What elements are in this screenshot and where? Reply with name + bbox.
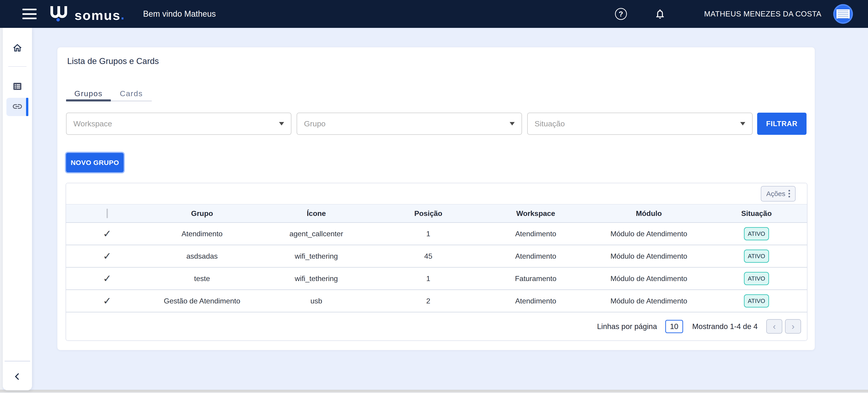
cell-icone: usb: [256, 297, 377, 305]
cell-posicao: 45: [377, 252, 480, 260]
column-header-situacao: Situação: [706, 209, 807, 218]
list-icon: [12, 81, 22, 92]
sidebar-item-list[interactable]: [6, 78, 28, 96]
avatar[interactable]: [833, 4, 853, 24]
topbar: somus. Bem vindo Matheus ? MATHEUS MENEZ…: [0, 0, 868, 28]
table-row[interactable]: ✓ Gestão de Atendimento usb 2 Atendiment…: [66, 290, 807, 312]
help-icon[interactable]: ?: [615, 8, 627, 20]
cell-grupo: teste: [148, 274, 256, 283]
row-selected-check-icon[interactable]: ✓: [103, 251, 112, 262]
sidebar-bottom-divider: [5, 361, 30, 361]
column-header-grupo: Grupo: [148, 209, 256, 218]
select-all-checkbox[interactable]: [106, 208, 108, 218]
cell-modulo: Módulo de Atendimento: [592, 274, 706, 283]
cell-workspace: Atendimento: [480, 297, 592, 305]
grupo-select-placeholder: Grupo: [304, 119, 326, 128]
sidebar-item-links-active[interactable]: [6, 98, 28, 116]
tab-active-indicator: [66, 99, 111, 101]
table-row[interactable]: ✓ asdsadas wifi_tethering 45 Atendimento…: [66, 245, 807, 268]
column-header-workspace: Workspace: [480, 209, 592, 218]
column-header-icone: Ícone: [256, 209, 377, 218]
cell-grupo: Gestão de Atendimento: [148, 297, 256, 305]
cell-grupo: Atendimento: [148, 230, 256, 238]
caret-down-icon: [279, 122, 284, 125]
sidebar: [3, 28, 32, 390]
situacao-select-placeholder: Situação: [534, 119, 565, 128]
caret-down-icon: [510, 122, 515, 125]
caret-down-icon: [740, 122, 745, 125]
sidebar-collapse-button[interactable]: [9, 371, 25, 384]
somus-logo-mark-icon: [46, 5, 72, 22]
menu-icon[interactable]: [22, 9, 37, 19]
groups-table: Ações Grupo Ícone Posição Workspace Módu…: [66, 183, 807, 341]
next-page-button[interactable]: ›: [785, 319, 801, 334]
cell-workspace: Faturamento: [480, 274, 592, 283]
main-card: Lista de Grupos e Cards Grupos Cards Wor…: [57, 47, 815, 350]
acoes-button[interactable]: Ações: [761, 186, 796, 201]
filtrar-button[interactable]: FILTRAR: [757, 112, 807, 135]
cell-grupo: asdsadas: [148, 252, 256, 260]
kebab-vertical-icon: [788, 190, 790, 197]
column-header-modulo: Módulo: [592, 209, 706, 218]
chevron-left-icon: [13, 373, 21, 381]
cell-posicao: 1: [377, 230, 480, 238]
column-header-posicao: Posição: [377, 209, 480, 218]
table-footer: Linhas por página Mostrando 1-4 de 4 ‹ ›: [66, 312, 807, 340]
tab-cards[interactable]: Cards: [111, 87, 152, 100]
row-selected-check-icon[interactable]: ✓: [103, 273, 112, 284]
status-badge: ATIVO: [744, 250, 769, 263]
table-header-row: Grupo Ícone Posição Workspace Módulo Sit…: [66, 204, 807, 223]
cell-icone: agent_callcenter: [256, 230, 377, 238]
novo-grupo-button[interactable]: NOVO GRUPO: [66, 153, 124, 172]
row-selected-check-icon[interactable]: ✓: [103, 295, 112, 306]
showing-range-label: Mostrando 1-4 de 4: [692, 322, 757, 331]
grupo-select[interactable]: Grupo: [297, 112, 522, 135]
page-title: Lista de Grupos e Cards: [67, 57, 159, 66]
link-icon: [12, 101, 23, 113]
tab-grupos[interactable]: Grupos: [66, 87, 111, 100]
chevron-left-icon: ‹: [773, 322, 776, 331]
sidebar-item-home[interactable]: [6, 39, 28, 58]
table-row[interactable]: ✓ Atendimento agent_callcenter 1 Atendim…: [66, 223, 807, 245]
cell-modulo: Módulo de Atendimento: [592, 297, 706, 305]
somus-logo[interactable]: somus.: [46, 5, 124, 22]
row-selected-check-icon[interactable]: ✓: [103, 228, 112, 239]
rows-per-page-label: Linhas por página: [597, 322, 657, 331]
logo-text: somus: [74, 8, 121, 22]
user-name[interactable]: MATHEUS MENEZES DA COSTA: [704, 9, 822, 18]
cell-workspace: Atendimento: [480, 230, 592, 238]
acoes-button-label: Ações: [766, 190, 785, 198]
cell-modulo: Módulo de Atendimento: [592, 230, 706, 238]
cell-workspace: Atendimento: [480, 252, 592, 260]
chevron-right-icon: ›: [792, 322, 795, 331]
welcome-text: Bem vindo Matheus: [143, 9, 216, 19]
filter-bar: Workspace Grupo Situação: [66, 112, 752, 135]
cell-icone: wifi_tethering: [256, 274, 377, 283]
sidebar-divider: [8, 66, 27, 67]
previous-page-button[interactable]: ‹: [766, 319, 782, 334]
workspace-select-placeholder: Workspace: [73, 119, 112, 128]
horizontal-scrollbar[interactable]: [0, 390, 868, 392]
status-badge: ATIVO: [744, 294, 769, 307]
workspace-select[interactable]: Workspace: [66, 112, 291, 135]
cell-posicao: 2: [377, 297, 480, 305]
status-badge: ATIVO: [744, 272, 769, 285]
table-toolbar: Ações: [66, 183, 807, 204]
home-icon: [12, 43, 23, 54]
cell-modulo: Módulo de Atendimento: [592, 252, 706, 260]
notifications-bell-icon[interactable]: [654, 8, 666, 20]
situacao-select[interactable]: Situação: [527, 112, 752, 135]
table-row[interactable]: ✓ teste wifi_tethering 1 Faturamento Mód…: [66, 268, 807, 290]
rows-per-page-input[interactable]: [665, 320, 683, 333]
cell-icone: wifi_tethering: [256, 252, 377, 260]
status-badge: ATIVO: [744, 227, 769, 240]
logo-dot: .: [121, 7, 124, 22]
cell-posicao: 1: [377, 274, 480, 283]
tabs: Grupos Cards: [66, 87, 152, 100]
